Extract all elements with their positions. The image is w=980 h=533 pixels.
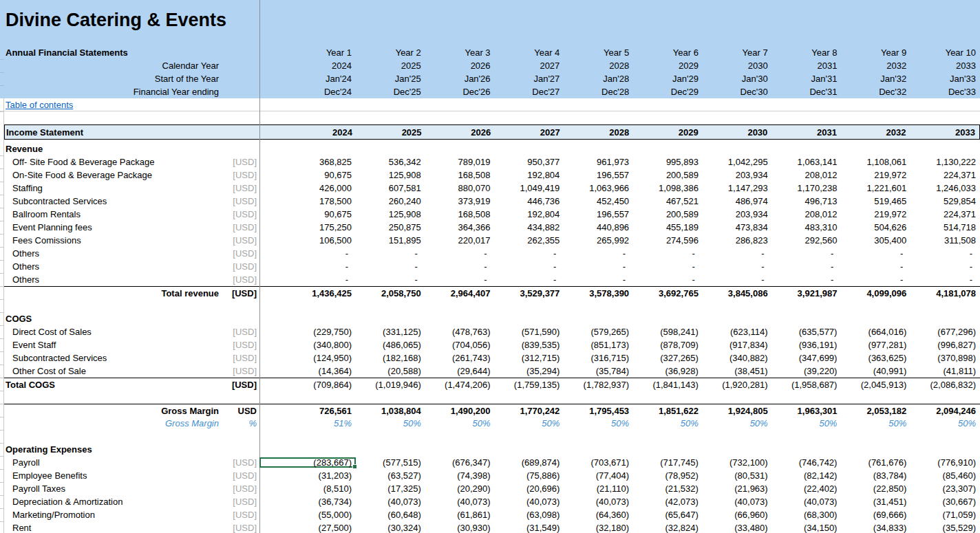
value-on-site-food-beverage-package-y5[interactable]: 196,557	[564, 170, 633, 180]
year-start-cell[interactable]: Jan'33	[910, 74, 980, 84]
calendar-year-cell[interactable]: 2033	[910, 61, 980, 71]
value-payroll-y10[interactable]: (776,910)	[910, 457, 980, 468]
value-payroll-taxes-y8[interactable]: (22,402)	[772, 483, 842, 494]
value-rent-y4[interactable]: (31,549)	[495, 523, 564, 533]
value-ballroom-rentals-y4[interactable]: 192,804	[495, 209, 564, 219]
value-others-y1[interactable]: -	[259, 261, 356, 272]
value-event-staff-y8[interactable]: (936,191)	[772, 340, 842, 350]
value-direct-cost-of-sales-y8[interactable]: (635,577)	[772, 327, 842, 337]
value-gross-margin-y3[interactable]: 1,490,200	[425, 406, 495, 416]
value-gross-margin-y7[interactable]: 1,924,805	[703, 406, 772, 416]
value-event-staff-y1[interactable]: (340,800)	[259, 340, 356, 350]
year-number-cell[interactable]: Year 7	[703, 47, 772, 58]
value-staffing-y6[interactable]: 1,098,386	[633, 183, 703, 193]
value-event-planning-fees-y5[interactable]: 440,896	[564, 222, 633, 232]
value-employee-benefits-y6[interactable]: (78,952)	[633, 470, 703, 481]
value-payroll-y6[interactable]: (717,745)	[633, 457, 703, 468]
value-employee-benefits-y5[interactable]: (77,404)	[564, 470, 633, 481]
value-event-staff-y9[interactable]: (977,281)	[841, 340, 910, 350]
value-rent-y2[interactable]: (30,324)	[356, 523, 425, 533]
value-event-planning-fees-y2[interactable]: 250,875	[356, 222, 425, 232]
year-ending-cell[interactable]: Dec'33	[910, 87, 980, 97]
value-others-y5[interactable]: -	[564, 248, 633, 259]
value-others-y5[interactable]: -	[564, 274, 633, 285]
value-others-y8[interactable]: -	[772, 261, 842, 272]
value-employee-benefits-y1[interactable]: (31,203)	[259, 470, 356, 481]
value-staffing-y4[interactable]: 1,049,419	[495, 183, 564, 193]
value-others-y1[interactable]: -	[259, 274, 356, 285]
value-fees-comissions-y8[interactable]: 292,560	[772, 235, 842, 246]
year-ending-cell[interactable]: Dec'31	[772, 87, 842, 97]
value-total-revenue-y5[interactable]: 3,578,390	[564, 288, 633, 298]
value-event-staff-y4[interactable]: (839,535)	[495, 340, 564, 350]
value-other-cost-of-sale-y10[interactable]: (41,811)	[910, 366, 980, 376]
value-payroll-taxes-y5[interactable]: (21,110)	[564, 483, 633, 494]
year-number-cell[interactable]: Year 6	[633, 47, 703, 58]
value-other-cost-of-sale-y9[interactable]: (40,991)	[841, 366, 910, 376]
value-marketing-promotion-y1[interactable]: (55,000)	[259, 510, 356, 520]
value-others-y7[interactable]: -	[703, 274, 772, 285]
income-statement-year-cell[interactable]: 2032	[841, 127, 910, 138]
value-on-site-food-beverage-package-y8[interactable]: 208,012	[772, 170, 842, 180]
value-employee-benefits-y2[interactable]: (63,527)	[356, 470, 425, 481]
value-event-staff-y7[interactable]: (917,834)	[703, 340, 772, 350]
year-start-cell[interactable]: Jan'24	[259, 74, 356, 84]
value-rent-y7[interactable]: (33,480)	[703, 523, 772, 533]
income-statement-year-cell[interactable]: 2033	[910, 127, 979, 138]
value-off-site-food-beverage-package-y1[interactable]: 368,825	[259, 157, 356, 167]
value-total-cogs-y2[interactable]: (1,019,946)	[356, 380, 425, 390]
value-ballroom-rentals-y9[interactable]: 219,972	[841, 209, 910, 219]
value-fees-comissions-y5[interactable]: 265,992	[564, 235, 633, 246]
year-start-cell[interactable]: Jan'25	[356, 74, 425, 84]
year-start-cell[interactable]: Jan'29	[633, 74, 703, 84]
value-subcontracted-services-y4[interactable]: (312,715)	[495, 353, 564, 363]
value-others-y1[interactable]: -	[259, 248, 356, 259]
calendar-year-cell[interactable]: 2032	[841, 61, 910, 71]
value-fees-comissions-y4[interactable]: 262,355	[495, 235, 564, 246]
value-on-site-food-beverage-package-y9[interactable]: 219,972	[841, 170, 910, 180]
value-subcontracted-services-y3[interactable]: 373,919	[425, 196, 495, 206]
value-depreciation-amortization-y4[interactable]: (40,073)	[495, 497, 564, 507]
label-on-site-food-beverage-package[interactable]: On-Site Food & Beverage Package	[0, 170, 227, 180]
value-payroll-taxes-y2[interactable]: (17,325)	[356, 483, 425, 494]
value-on-site-food-beverage-package-y6[interactable]: 200,589	[633, 170, 703, 180]
value-total-revenue-y6[interactable]: 3,692,765	[633, 288, 703, 298]
value-off-site-food-beverage-package-y3[interactable]: 789,019	[425, 157, 495, 167]
value-others-y7[interactable]: -	[703, 248, 772, 259]
value-depreciation-amortization-y2[interactable]: (40,073)	[356, 497, 425, 507]
value-staffing-y5[interactable]: 1,063,966	[564, 183, 633, 193]
value-ballroom-rentals-y8[interactable]: 208,012	[772, 209, 842, 219]
income-statement-year-cell[interactable]: 2027	[495, 127, 564, 138]
value-employee-benefits-y8[interactable]: (82,142)	[772, 470, 842, 481]
value-payroll-y9[interactable]: (761,676)	[841, 457, 910, 468]
label-event-planning-fees[interactable]: Event Planning fees	[0, 222, 227, 232]
value-subcontracted-services-y8[interactable]: (347,699)	[772, 353, 842, 363]
value-others-y7[interactable]: -	[703, 261, 772, 272]
year-number-cell[interactable]: Year 4	[495, 47, 564, 58]
value-others-y2[interactable]: -	[356, 274, 425, 285]
value-off-site-food-beverage-package-y2[interactable]: 536,342	[356, 157, 425, 167]
value-gross-margin-y9[interactable]: 50%	[841, 418, 910, 428]
label-staffing[interactable]: Staffing	[0, 183, 227, 193]
value-on-site-food-beverage-package-y1[interactable]: 90,675	[259, 170, 356, 180]
value-on-site-food-beverage-package-y7[interactable]: 203,934	[703, 170, 772, 180]
value-employee-benefits-y9[interactable]: (83,784)	[841, 470, 910, 481]
value-off-site-food-beverage-package-y7[interactable]: 1,042,295	[703, 157, 772, 167]
year-ending-cell[interactable]: Dec'24	[259, 87, 356, 97]
value-total-cogs-y8[interactable]: (1,958,687)	[772, 380, 842, 390]
label-others[interactable]: Others	[0, 248, 227, 259]
value-ballroom-rentals-y5[interactable]: 196,557	[564, 209, 633, 219]
income-statement-year-cell[interactable]: 2029	[633, 127, 703, 138]
value-payroll-taxes-y10[interactable]: (23,307)	[910, 483, 980, 494]
value-direct-cost-of-sales-y2[interactable]: (331,125)	[356, 327, 425, 337]
value-payroll-y8[interactable]: (746,742)	[772, 457, 842, 468]
value-rent-y8[interactable]: (34,150)	[772, 523, 842, 533]
value-off-site-food-beverage-package-y4[interactable]: 950,377	[495, 157, 564, 167]
value-depreciation-amortization-y6[interactable]: (42,073)	[633, 497, 703, 507]
value-depreciation-amortization-y1[interactable]: (36,734)	[259, 497, 356, 507]
value-total-cogs-y7[interactable]: (1,920,281)	[703, 380, 772, 390]
value-staffing-y1[interactable]: 426,000	[259, 183, 356, 193]
value-direct-cost-of-sales-y5[interactable]: (579,265)	[564, 327, 633, 337]
value-subcontracted-services-y3[interactable]: (261,743)	[425, 353, 495, 363]
value-gross-margin-y6[interactable]: 50%	[633, 418, 703, 428]
